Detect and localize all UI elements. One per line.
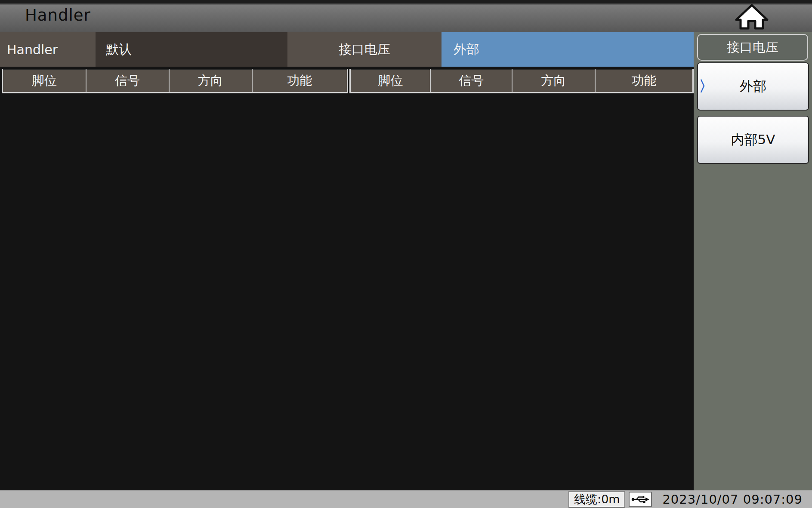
header-row: 脚位信号方向功能: [350, 69, 693, 92]
header-row: 脚位信号方向功能: [3, 69, 348, 92]
column-header-2: 方向: [169, 69, 252, 92]
column-header-1: 信号: [86, 69, 169, 92]
column-header-3: 功能: [595, 69, 693, 92]
pin-table-right-header: 脚位信号方向功能: [350, 69, 693, 92]
column-header-2: 方向: [512, 69, 595, 92]
page-title: Handler: [25, 6, 91, 25]
sidebar-button-internal-5v[interactable]: 内部5V: [697, 116, 809, 164]
toolbar-item-handler[interactable]: Handler: [0, 32, 96, 67]
pin-table-right: 脚位信号方向功能: [349, 69, 694, 93]
cable-length-box[interactable]: 线缆:0m: [569, 492, 624, 507]
selected-chevron-icon: 〉: [699, 77, 713, 96]
toolbar-item-interface-voltage[interactable]: 接口电压: [287, 32, 442, 67]
sidebar-button-external[interactable]: 〉 外部: [697, 62, 809, 111]
column-header-1: 信号: [430, 69, 512, 92]
sidebar: 接口电压 〉 外部 内部5V: [694, 32, 812, 490]
column-header-3: 功能: [252, 69, 348, 92]
sidebar-button-label: 外部: [740, 77, 766, 95]
pin-table-area: 脚位信号方向功能 脚位信号方向功能: [0, 67, 694, 490]
handler-screen: Handler Handler 默认 接口电压 外部 接口电压 〉 外部 内部5…: [0, 0, 812, 508]
status-bar: 线缆:0m 2023/10/07 09:07:09: [0, 490, 812, 508]
toolbar-item-external-selected[interactable]: 外部: [442, 32, 694, 67]
pin-table-left: 脚位信号方向功能: [2, 69, 348, 93]
sidebar-header-interface-voltage: 接口电压: [697, 34, 808, 61]
usb-icon: [629, 492, 652, 507]
datetime-display: 2023/10/07 09:07:09: [662, 492, 803, 507]
toolbar-item-default[interactable]: 默认: [96, 32, 287, 67]
toolbar: Handler 默认 接口电压 外部: [0, 32, 694, 67]
title-bar: Handler: [0, 0, 812, 32]
pin-table-left-header: 脚位信号方向功能: [3, 69, 348, 92]
column-header-0: 脚位: [350, 69, 431, 92]
home-icon[interactable]: [731, 3, 772, 30]
sidebar-button-label: 内部5V: [731, 131, 775, 149]
column-header-0: 脚位: [3, 69, 86, 92]
